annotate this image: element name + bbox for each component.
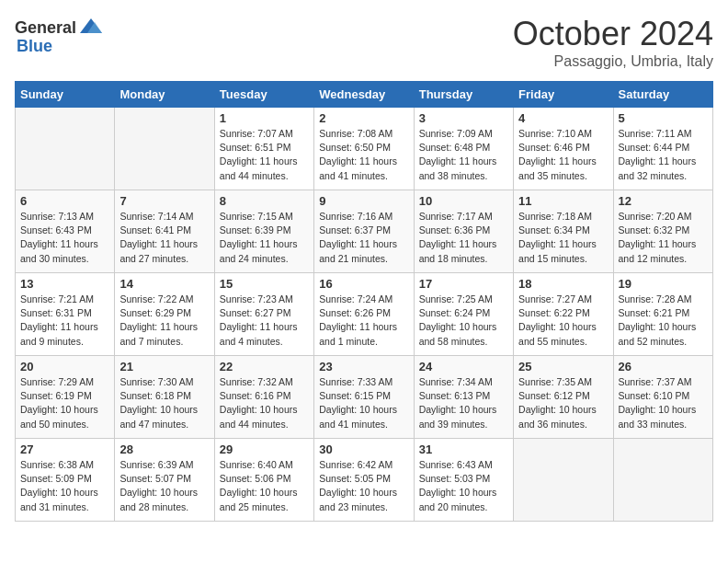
- day-info: Sunrise: 6:43 AMSunset: 5:03 PMDaylight:…: [419, 458, 508, 514]
- day-info: Sunrise: 7:23 AMSunset: 6:27 PMDaylight:…: [220, 293, 309, 349]
- day-number: 23: [319, 360, 408, 373]
- day-cell: 3Sunrise: 7:09 AMSunset: 6:48 PMDaylight…: [414, 108, 513, 190]
- day-number: 19: [619, 277, 708, 291]
- day-info: Sunrise: 7:35 AMSunset: 6:12 PMDaylight:…: [518, 375, 608, 431]
- day-number: 30: [319, 442, 408, 456]
- day-number: 27: [20, 442, 109, 456]
- col-header-saturday: Saturday: [613, 82, 712, 108]
- day-cell: 26Sunrise: 7:37 AMSunset: 6:10 PMDayligh…: [613, 356, 712, 439]
- logo-general: General: [15, 18, 76, 38]
- day-cell: 12Sunrise: 7:20 AMSunset: 6:32 PMDayligh…: [613, 190, 712, 273]
- day-cell: 24Sunrise: 7:34 AMSunset: 6:13 PMDayligh…: [414, 356, 513, 439]
- day-number: 25: [518, 360, 608, 373]
- day-info: Sunrise: 7:30 AMSunset: 6:18 PMDaylight:…: [119, 375, 209, 431]
- day-info: Sunrise: 7:11 AMSunset: 6:44 PMDaylight:…: [619, 127, 708, 183]
- day-info: Sunrise: 6:40 AMSunset: 5:06 PMDaylight:…: [220, 458, 309, 514]
- col-header-sunday: Sunday: [16, 82, 115, 108]
- day-info: Sunrise: 7:33 AMSunset: 6:15 PMDaylight:…: [319, 375, 408, 431]
- day-number: 29: [220, 442, 309, 456]
- day-cell: [16, 108, 115, 190]
- day-info: Sunrise: 7:17 AMSunset: 6:36 PMDaylight:…: [419, 210, 508, 266]
- day-number: 16: [319, 277, 408, 291]
- day-cell: 4Sunrise: 7:10 AMSunset: 6:46 PMDaylight…: [514, 108, 613, 190]
- day-cell: 23Sunrise: 7:33 AMSunset: 6:15 PMDayligh…: [314, 356, 414, 439]
- day-info: Sunrise: 7:25 AMSunset: 6:24 PMDaylight:…: [419, 293, 508, 349]
- title-section: October 2024 Passaggio, Umbria, Italy: [513, 15, 713, 70]
- day-number: 2: [319, 111, 408, 125]
- col-header-friday: Friday: [514, 82, 613, 108]
- day-number: 31: [419, 442, 508, 456]
- week-row-1: 1Sunrise: 7:07 AMSunset: 6:51 PMDaylight…: [16, 108, 713, 190]
- day-cell: 21Sunrise: 7:30 AMSunset: 6:18 PMDayligh…: [115, 356, 214, 439]
- day-cell: 18Sunrise: 7:27 AMSunset: 6:22 PMDayligh…: [514, 273, 613, 356]
- day-cell: 1Sunrise: 7:07 AMSunset: 6:51 PMDaylight…: [214, 108, 313, 190]
- col-header-wednesday: Wednesday: [314, 82, 414, 108]
- day-cell: 15Sunrise: 7:23 AMSunset: 6:27 PMDayligh…: [214, 273, 313, 356]
- day-number: 14: [119, 277, 209, 291]
- col-header-tuesday: Tuesday: [214, 82, 313, 108]
- day-cell: 28Sunrise: 6:39 AMSunset: 5:07 PMDayligh…: [115, 439, 214, 522]
- day-cell: 17Sunrise: 7:25 AMSunset: 6:24 PMDayligh…: [414, 273, 513, 356]
- day-cell: 30Sunrise: 6:42 AMSunset: 5:05 PMDayligh…: [314, 439, 414, 522]
- day-number: 20: [20, 360, 109, 373]
- day-cell: 31Sunrise: 6:43 AMSunset: 5:03 PMDayligh…: [414, 439, 513, 522]
- day-number: 6: [20, 194, 109, 208]
- col-header-monday: Monday: [115, 82, 214, 108]
- day-number: 7: [119, 194, 209, 208]
- day-cell: 14Sunrise: 7:22 AMSunset: 6:29 PMDayligh…: [115, 273, 214, 356]
- day-cell: 22Sunrise: 7:32 AMSunset: 6:16 PMDayligh…: [214, 356, 313, 439]
- week-row-4: 20Sunrise: 7:29 AMSunset: 6:19 PMDayligh…: [16, 356, 713, 439]
- day-info: Sunrise: 6:42 AMSunset: 5:05 PMDaylight:…: [319, 458, 408, 514]
- day-info: Sunrise: 7:21 AMSunset: 6:31 PMDaylight:…: [20, 293, 109, 349]
- day-info: Sunrise: 7:29 AMSunset: 6:19 PMDaylight:…: [20, 375, 109, 431]
- week-row-2: 6Sunrise: 7:13 AMSunset: 6:43 PMDaylight…: [16, 190, 713, 273]
- day-number: 1: [220, 111, 309, 125]
- day-info: Sunrise: 7:24 AMSunset: 6:26 PMDaylight:…: [319, 293, 408, 349]
- day-info: Sunrise: 6:39 AMSunset: 5:07 PMDaylight:…: [119, 458, 209, 514]
- logo-icon: [78, 15, 104, 40]
- logo: General Blue: [15, 15, 106, 56]
- day-cell: 27Sunrise: 6:38 AMSunset: 5:09 PMDayligh…: [16, 439, 115, 522]
- day-info: Sunrise: 7:13 AMSunset: 6:43 PMDaylight:…: [20, 210, 109, 266]
- day-number: 15: [220, 277, 309, 291]
- day-number: 22: [220, 360, 309, 373]
- day-number: 3: [419, 111, 508, 125]
- day-info: Sunrise: 7:34 AMSunset: 6:13 PMDaylight:…: [419, 375, 508, 431]
- day-info: Sunrise: 7:37 AMSunset: 6:10 PMDaylight:…: [619, 375, 708, 431]
- day-number: 10: [419, 194, 508, 208]
- day-cell: 7Sunrise: 7:14 AMSunset: 6:41 PMDaylight…: [115, 190, 214, 273]
- day-number: 21: [119, 360, 209, 373]
- calendar-table: SundayMondayTuesdayWednesdayThursdayFrid…: [15, 81, 713, 522]
- day-cell: 16Sunrise: 7:24 AMSunset: 6:26 PMDayligh…: [314, 273, 414, 356]
- day-info: Sunrise: 7:07 AMSunset: 6:51 PMDaylight:…: [220, 127, 309, 183]
- day-cell: 20Sunrise: 7:29 AMSunset: 6:19 PMDayligh…: [16, 356, 115, 439]
- week-row-5: 27Sunrise: 6:38 AMSunset: 5:09 PMDayligh…: [16, 439, 713, 522]
- week-row-3: 13Sunrise: 7:21 AMSunset: 6:31 PMDayligh…: [16, 273, 713, 356]
- day-number: 11: [518, 194, 608, 208]
- logo-blue: Blue: [17, 37, 52, 56]
- day-cell: 25Sunrise: 7:35 AMSunset: 6:12 PMDayligh…: [514, 356, 613, 439]
- day-info: Sunrise: 7:28 AMSunset: 6:21 PMDaylight:…: [619, 293, 708, 349]
- day-number: 26: [619, 360, 708, 373]
- day-number: 13: [20, 277, 109, 291]
- location-title: Passaggio, Umbria, Italy: [513, 53, 713, 70]
- day-info: Sunrise: 7:09 AMSunset: 6:48 PMDaylight:…: [419, 127, 508, 183]
- col-header-thursday: Thursday: [414, 82, 513, 108]
- day-cell: [115, 108, 214, 190]
- day-info: Sunrise: 7:10 AMSunset: 6:46 PMDaylight:…: [518, 127, 608, 183]
- day-info: Sunrise: 7:08 AMSunset: 6:50 PMDaylight:…: [319, 127, 408, 183]
- day-number: 12: [619, 194, 708, 208]
- day-cell: 19Sunrise: 7:28 AMSunset: 6:21 PMDayligh…: [613, 273, 712, 356]
- day-cell: 29Sunrise: 6:40 AMSunset: 5:06 PMDayligh…: [214, 439, 313, 522]
- day-number: 24: [419, 360, 508, 373]
- day-info: Sunrise: 7:22 AMSunset: 6:29 PMDaylight:…: [119, 293, 209, 349]
- day-cell: [613, 439, 712, 522]
- day-cell: 5Sunrise: 7:11 AMSunset: 6:44 PMDaylight…: [613, 108, 712, 190]
- day-cell: 2Sunrise: 7:08 AMSunset: 6:50 PMDaylight…: [314, 108, 414, 190]
- day-cell: 6Sunrise: 7:13 AMSunset: 6:43 PMDaylight…: [16, 190, 115, 273]
- day-info: Sunrise: 7:27 AMSunset: 6:22 PMDaylight:…: [518, 293, 608, 349]
- day-info: Sunrise: 7:32 AMSunset: 6:16 PMDaylight:…: [220, 375, 309, 431]
- month-title: October 2024: [513, 15, 713, 53]
- day-number: 28: [119, 442, 209, 456]
- day-number: 18: [518, 277, 608, 291]
